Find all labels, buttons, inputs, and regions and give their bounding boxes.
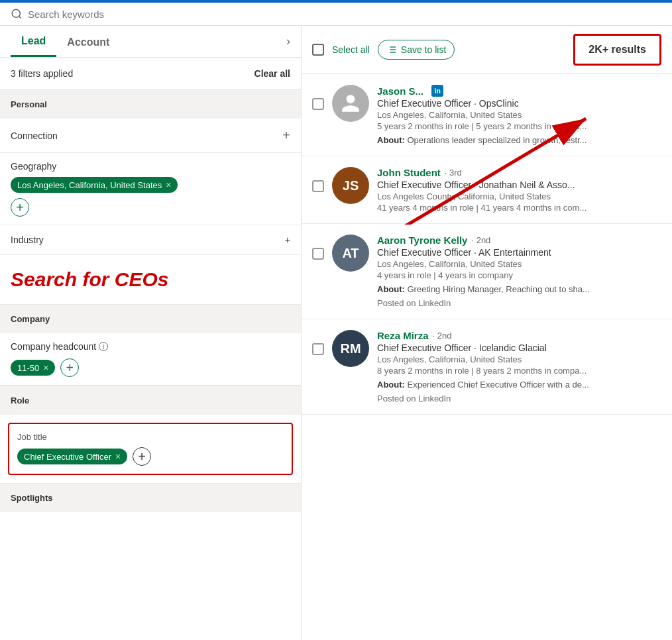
- connection-filter[interactable]: Connection +: [0, 119, 301, 153]
- role-section-header: Role: [0, 386, 301, 415]
- linkedin-icon: in: [431, 85, 443, 97]
- industry-filter[interactable]: Industry +: [0, 225, 301, 255]
- headcount-info-icon: i: [99, 342, 108, 351]
- result-item-4: RM Reza Mirza · 2nd Chief Executive Offi…: [302, 319, 672, 415]
- result-title-3: Chief Executive Officer · AK Entertainme…: [377, 247, 661, 258]
- result-title-1: Chief Executive Officer · OpsClinic: [377, 98, 661, 109]
- headcount-tag-close-icon[interactable]: ×: [43, 362, 48, 373]
- job-title-tag-close-icon[interactable]: ×: [115, 451, 121, 462]
- job-title-tag-text: Chief Executive Officer: [24, 452, 111, 462]
- filters-bar: 3 filters applied Clear all: [0, 58, 301, 90]
- job-title-add-button[interactable]: +: [133, 447, 151, 466]
- results-toolbar: Select all Save to list 2K+ results: [302, 26, 672, 74]
- result-item-2: JS John Student · 3rd Chief Executive Of…: [302, 156, 672, 224]
- result-degree-2: · 3rd: [445, 168, 462, 178]
- job-title-section: Job title Chief Executive Officer × +: [8, 423, 293, 475]
- headcount-tag[interactable]: 11-50 ×: [11, 360, 55, 376]
- result-name-2: John Student · 3rd: [377, 167, 661, 178]
- result-name-1: Jason S... in: [377, 85, 661, 97]
- result-degree-4: · 2nd: [433, 331, 452, 341]
- sidebar: Lead Account › 3 filters applied Clear a…: [0, 26, 302, 640]
- results-panel: Select all Save to list 2K+ results: [302, 26, 672, 640]
- personal-section-header: Personal: [0, 90, 301, 119]
- geography-tag-close-icon[interactable]: ×: [166, 180, 171, 190]
- result-about: About: Experienced Chief Executive Offic…: [377, 380, 661, 390]
- result-name-link-1[interactable]: Jason S...: [377, 85, 423, 97]
- result-info-2: John Student · 3rd Chief Executive Offic…: [377, 167, 661, 213]
- save-to-list-icon: [386, 44, 397, 55]
- result-tenure-3: 4 years in role | 4 years in company: [377, 270, 661, 280]
- result-location-3: Los Angeles, California, United States: [377, 259, 661, 269]
- result-degree-3: · 2nd: [471, 235, 490, 245]
- select-all-label[interactable]: Select all: [332, 44, 370, 55]
- avatar-2: JS: [332, 167, 369, 204]
- result-tenure-4: 8 years 2 months in role | 8 years 2 mon…: [377, 366, 661, 376]
- avatar-1: [332, 85, 369, 122]
- result-checkbox-3[interactable]: [312, 248, 324, 260]
- search-input[interactable]: [28, 9, 661, 20]
- job-title-tag[interactable]: Chief Executive Officer ×: [17, 449, 127, 464]
- avatar-3: AT: [332, 235, 369, 272]
- results-count: 2K+ results: [573, 34, 661, 66]
- search-icon: [11, 8, 23, 20]
- connection-label: Connection: [11, 131, 58, 141]
- svg-point-0: [12, 9, 20, 17]
- result-item-3: AT Aaron Tyrone Kelly · 2nd Chief Execut…: [302, 224, 672, 319]
- industry-label: Industry: [11, 235, 44, 245]
- posted-on: Posted on LinkedIn: [377, 298, 661, 308]
- tabs: Lead Account ›: [0, 26, 301, 58]
- company-section-header: Company: [0, 304, 301, 333]
- result-name-3: Aaron Tyrone Kelly · 2nd: [377, 235, 661, 246]
- geography-tag-text: Los Angeles, California, United States: [17, 180, 162, 190]
- result-about: About: Operations leader specialized in …: [377, 135, 661, 145]
- result-name-link-4[interactable]: Reza Mirza: [377, 330, 429, 341]
- result-checkbox-4[interactable]: [312, 343, 324, 355]
- job-title-tags: Chief Executive Officer × +: [17, 447, 284, 466]
- result-location-1: Los Angeles, California, United States: [377, 110, 661, 120]
- result-item-1: Jason S... in Chief Executive Officer · …: [302, 74, 672, 156]
- result-checkbox-1[interactable]: [312, 98, 324, 110]
- spotlights-section-header: Spotlights: [0, 483, 301, 512]
- result-name-4: Reza Mirza · 2nd: [377, 330, 661, 341]
- save-to-list-text: Save to list: [401, 44, 446, 55]
- avatar-4: RM: [332, 330, 369, 367]
- result-title-4: Chief Executive Officer · Icelandic Glac…: [377, 343, 661, 353]
- promo-text: Search for CEOs: [0, 255, 301, 304]
- result-tenure-2: 41 years 4 months in role | 41 years 4 m…: [377, 203, 661, 213]
- geography-tag[interactable]: Los Angeles, California, United States ×: [11, 177, 178, 193]
- result-info-4: Reza Mirza · 2nd Chief Executive Officer…: [377, 330, 661, 403]
- geography-add-button[interactable]: +: [11, 198, 29, 217]
- result-location-4: Los Angeles, California, United States: [377, 354, 661, 364]
- tab-account[interactable]: Account: [56, 27, 120, 56]
- industry-add-icon[interactable]: +: [285, 235, 290, 245]
- connection-add-icon[interactable]: +: [282, 128, 290, 143]
- headcount-add-button[interactable]: +: [60, 358, 79, 377]
- clear-all-button[interactable]: Clear all: [254, 68, 290, 79]
- result-name-link-2[interactable]: John Student: [377, 167, 441, 178]
- geography-section: Geography Los Angeles, California, Unite…: [0, 153, 301, 225]
- main-layout: Lead Account › 3 filters applied Clear a…: [0, 26, 672, 640]
- posted-on: Posted on LinkedIn: [377, 394, 661, 403]
- result-info-3: Aaron Tyrone Kelly · 2nd Chief Executive…: [377, 235, 661, 308]
- save-to-list-button[interactable]: Save to list: [378, 40, 455, 60]
- result-location-2: Los Angeles County, California, United S…: [377, 191, 661, 201]
- headcount-tag-text: 11-50: [17, 363, 39, 373]
- search-bar: [0, 3, 672, 26]
- result-info-1: Jason S... in Chief Executive Officer · …: [377, 85, 661, 145]
- filters-count: 3 filters applied: [11, 68, 73, 79]
- job-title-label: Job title: [17, 432, 284, 442]
- results-list: Jason S... in Chief Executive Officer · …: [302, 74, 672, 415]
- tab-arrow-icon[interactable]: ›: [286, 34, 290, 48]
- headcount-label: Company headcount i: [11, 341, 290, 352]
- result-about: About: Greeting Hiring Manager, Reaching…: [377, 284, 661, 294]
- svg-line-1: [19, 16, 21, 18]
- select-all-checkbox[interactable]: [312, 44, 324, 56]
- tab-lead[interactable]: Lead: [11, 26, 56, 57]
- headcount-tags: 11-50 × +: [11, 358, 290, 377]
- result-tenure-1: 5 years 2 months in role | 5 years 2 mon…: [377, 121, 661, 131]
- result-title-2: Chief Executive Officer · Jonathan Neil …: [377, 180, 661, 190]
- geography-label: Geography: [11, 161, 290, 172]
- result-checkbox-2[interactable]: [312, 180, 324, 192]
- result-name-link-3[interactable]: Aaron Tyrone Kelly: [377, 235, 467, 246]
- headcount-section: Company headcount i 11-50 × +: [0, 333, 301, 386]
